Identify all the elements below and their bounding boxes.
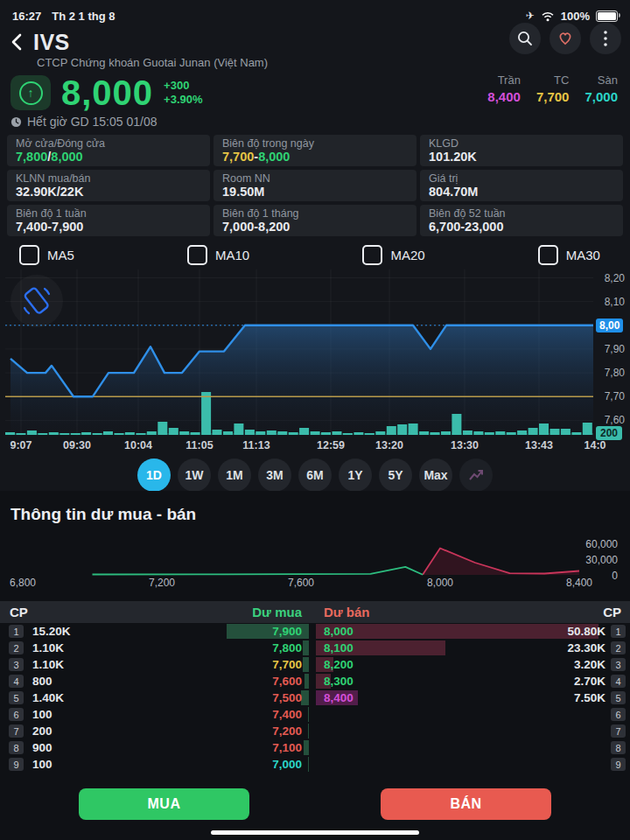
orderbook-row[interactable]: 48007,6008,3002.70K4 bbox=[0, 673, 630, 690]
sell-volume: 23.30K bbox=[567, 641, 606, 654]
limit-value: 7,000 bbox=[584, 89, 618, 104]
ma10-label: MA10 bbox=[215, 248, 249, 262]
stat-label: Biên độ 1 tuần bbox=[16, 207, 201, 220]
buy-volume: 15.20K bbox=[32, 625, 71, 638]
stat-label: KLNN mua/bán bbox=[16, 172, 201, 185]
buy-depth-bar bbox=[303, 640, 309, 655]
ma-options-row: MA5MA10MA20MA30 bbox=[0, 238, 630, 268]
change-percent: +3.90% bbox=[164, 93, 202, 107]
buy-depth-bar bbox=[304, 674, 309, 689]
range-6m[interactable]: 6M bbox=[298, 458, 332, 492]
buy-depth-bar bbox=[308, 724, 310, 738]
orderbook-row[interactable]: 72007,2007 bbox=[0, 723, 630, 739]
ma30-option[interactable]: MA30 bbox=[538, 245, 600, 265]
range-1w[interactable]: 1W bbox=[178, 458, 211, 492]
row-index-right: 2 bbox=[611, 641, 626, 654]
price-change: +300 +3.90% bbox=[164, 79, 202, 107]
header-actions bbox=[509, 23, 621, 54]
buy-price: 7,400 bbox=[272, 708, 302, 721]
stat-month-range: Biên độ 1 tháng7,000-8,200 bbox=[214, 205, 416, 236]
arrow-up-icon: ↑ bbox=[19, 81, 43, 105]
more-button[interactable] bbox=[590, 23, 621, 54]
mini-x-label: 8,000 bbox=[427, 577, 453, 589]
buy-volume: 100 bbox=[32, 758, 52, 771]
stat-label: Biên độ trong ngày bbox=[222, 137, 408, 150]
favorite-button[interactable] bbox=[550, 23, 581, 54]
sell-button[interactable]: BÁN bbox=[381, 788, 551, 820]
buy-depth-bar bbox=[301, 690, 309, 705]
ma20-checkbox[interactable] bbox=[362, 245, 382, 265]
rotate-device-button[interactable] bbox=[10, 275, 63, 327]
ma5-checkbox[interactable] bbox=[19, 245, 39, 265]
supply-demand-plot bbox=[0, 529, 630, 578]
buy-price: 7,700 bbox=[272, 658, 302, 671]
row-index-left: 1 bbox=[9, 625, 24, 638]
buy-volume: 1.10K bbox=[32, 658, 64, 671]
x-axis-label: 11:05 bbox=[186, 439, 213, 452]
stat-foreign-buy-sell: KLNN mua/bán32.90K/22K bbox=[7, 170, 210, 201]
range-1m[interactable]: 1M bbox=[218, 458, 251, 492]
range-5y[interactable]: 5Y bbox=[379, 458, 412, 492]
limit-label: Sàn bbox=[584, 74, 618, 87]
back-button[interactable] bbox=[10, 32, 23, 52]
col-du-ban: Dư bán bbox=[324, 605, 370, 620]
buy-volume: 800 bbox=[32, 675, 52, 688]
x-axis-label: 13:43 bbox=[525, 439, 553, 452]
quote-row: ↑ 8,000 +300 +3.90% Trần8,400TC7,700Sàn7… bbox=[0, 70, 630, 112]
row-index-left: 2 bbox=[9, 641, 24, 654]
range-3m[interactable]: 3M bbox=[258, 458, 291, 492]
last-price-axis-badge: 8,00 bbox=[596, 318, 623, 332]
row-index-left: 5 bbox=[9, 691, 24, 704]
range-1d[interactable]: 1D bbox=[137, 458, 171, 492]
search-button[interactable] bbox=[509, 23, 541, 54]
home-indicator[interactable] bbox=[211, 830, 419, 835]
ma30-checkbox[interactable] bbox=[538, 245, 558, 265]
ma20-option[interactable]: MA20 bbox=[362, 245, 424, 265]
orderbook-row[interactable]: 91007,0009 bbox=[0, 756, 630, 773]
sell-volume: 3.20K bbox=[574, 658, 606, 671]
wifi-icon bbox=[541, 10, 555, 22]
sell-price: 8,400 bbox=[324, 691, 354, 704]
row-index-right: 9 bbox=[611, 758, 626, 771]
ma30-label: MA30 bbox=[566, 248, 600, 262]
mini-x-label: 7,200 bbox=[149, 577, 175, 589]
buy-price: 7,200 bbox=[272, 724, 302, 738]
stat-value: 7,400-7,900 bbox=[16, 220, 201, 234]
sell-volume: 2.70K bbox=[574, 675, 606, 688]
orderbook-row[interactable]: 21.10K7,8008,10023.30K2 bbox=[0, 640, 630, 656]
sell-price: 8,200 bbox=[324, 658, 354, 671]
row-index-right: 5 bbox=[611, 691, 626, 704]
stat-week52-range: Biên độ 52 tuần6,700-23,000 bbox=[420, 205, 623, 236]
orderbook-row[interactable]: 31.10K7,7008,2003.20K3 bbox=[0, 656, 630, 673]
stat-day-range: Biên độ trong ngày7,700-8,000 bbox=[214, 135, 416, 166]
ma10-checkbox[interactable] bbox=[187, 245, 207, 265]
row-index-right: 3 bbox=[611, 658, 626, 671]
mini-y-label: 30,000 bbox=[585, 554, 618, 566]
clock-icon bbox=[10, 116, 22, 128]
sell-price: 8,000 bbox=[324, 625, 354, 638]
y-axis-label: 7,70 bbox=[605, 390, 625, 402]
action-buttons: MUA BÁN bbox=[0, 773, 630, 820]
orderbook-row[interactable]: 89007,1008 bbox=[0, 739, 630, 756]
row-index-right: 1 bbox=[611, 625, 626, 638]
range-1y[interactable]: 1Y bbox=[339, 458, 372, 492]
buy-price: 7,600 bbox=[272, 675, 302, 688]
x-axis-label: 14:0 bbox=[584, 439, 606, 452]
buy-button[interactable]: MUA bbox=[79, 788, 249, 820]
x-axis-label: 10:04 bbox=[124, 439, 152, 452]
intraday-chart[interactable]: 8,00 200 8,208,108,007,907,807,707,609:0… bbox=[0, 270, 630, 455]
orderbook-row[interactable]: 115.20K7,9008,00050.80K1 bbox=[0, 623, 630, 640]
chart-style-button[interactable] bbox=[459, 458, 493, 492]
orderbook-row[interactable]: 61007,4006 bbox=[0, 706, 630, 723]
price-limits: Trần8,400TC7,700Sàn7,000 bbox=[487, 74, 618, 104]
ma5-option[interactable]: MA5 bbox=[19, 245, 74, 265]
ma10-option[interactable]: MA10 bbox=[187, 245, 249, 265]
last-price: 8,000 bbox=[61, 75, 153, 110]
buy-depth-bar bbox=[303, 657, 309, 672]
mini-x-label: 8,400 bbox=[566, 577, 592, 589]
limit-value: 7,700 bbox=[536, 89, 570, 104]
range-max[interactable]: Max bbox=[419, 458, 452, 492]
y-axis-label: 7,80 bbox=[605, 367, 625, 379]
orderbook-row[interactable]: 51.40K7,5008,4007.50K5 bbox=[0, 690, 630, 706]
row-index-right: 6 bbox=[611, 708, 626, 721]
